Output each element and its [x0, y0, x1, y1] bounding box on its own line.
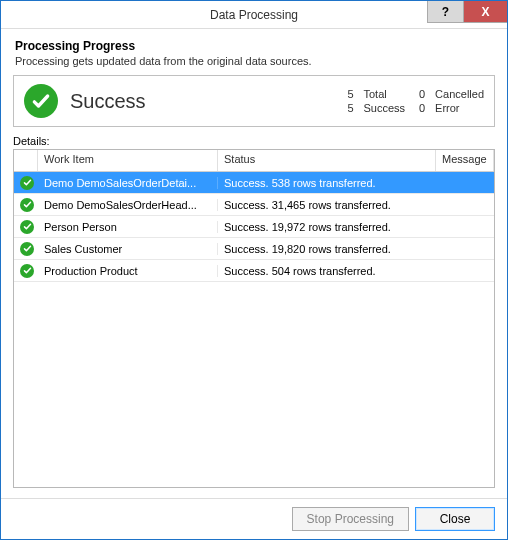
table-row[interactable]: Demo DemoSalesOrderDetai...Success. 538 … — [14, 172, 494, 194]
close-button[interactable]: Close — [415, 507, 495, 531]
cancelled-label: Cancelled — [435, 88, 484, 100]
row-status-icon — [14, 176, 38, 190]
dialog-window: Data Processing ? X Processing Progress … — [0, 0, 508, 540]
header-area: Processing Progress Processing gets upda… — [1, 29, 507, 75]
success-icon — [20, 242, 34, 256]
cancelled-count: 0 — [415, 88, 425, 100]
row-status-icon — [14, 220, 38, 234]
success-icon — [20, 198, 34, 212]
window-controls: ? X — [427, 1, 507, 23]
status-stats: 5 Total 0 Cancelled 5 Success 0 Error — [344, 88, 485, 114]
success-icon — [24, 84, 58, 118]
success-count: 5 — [344, 102, 354, 114]
success-icon — [20, 220, 34, 234]
page-description: Processing gets updated data from the or… — [15, 55, 493, 67]
total-label: Total — [364, 88, 406, 100]
row-workitem: Person Person — [38, 221, 218, 233]
title-bar: Data Processing ? X — [1, 1, 507, 29]
table-row[interactable]: Demo DemoSalesOrderHead...Success. 31,46… — [14, 194, 494, 216]
row-workitem: Demo DemoSalesOrderHead... — [38, 199, 218, 211]
row-status-icon — [14, 264, 38, 278]
main-panel: Success 5 Total 0 Cancelled 5 Success 0 … — [1, 75, 507, 498]
total-count: 5 — [344, 88, 354, 100]
overall-status: Success — [70, 90, 344, 113]
row-workitem: Demo DemoSalesOrderDetai... — [38, 177, 218, 189]
table-row[interactable]: Production ProductSuccess. 504 rows tran… — [14, 260, 494, 282]
col-workitem-header[interactable]: Work Item — [38, 150, 218, 171]
row-status-icon — [14, 198, 38, 212]
row-status: Success. 31,465 rows transferred. — [218, 199, 436, 211]
error-label: Error — [435, 102, 484, 114]
col-status-header[interactable]: Status — [218, 150, 436, 171]
table-row[interactable]: Sales CustomerSuccess. 19,820 rows trans… — [14, 238, 494, 260]
stop-processing-button[interactable]: Stop Processing — [292, 507, 409, 531]
success-icon — [20, 264, 34, 278]
row-status: Success. 538 rows transferred. — [218, 177, 436, 189]
row-status-icon — [14, 242, 38, 256]
col-icon-header[interactable] — [14, 150, 38, 171]
success-label: Success — [364, 102, 406, 114]
close-window-button[interactable]: X — [463, 1, 507, 23]
help-button[interactable]: ? — [427, 1, 463, 23]
grid-body: Demo DemoSalesOrderDetai...Success. 538 … — [14, 172, 494, 487]
footer: Stop Processing Close — [1, 498, 507, 539]
row-workitem: Production Product — [38, 265, 218, 277]
details-label: Details: — [13, 135, 495, 147]
page-title: Processing Progress — [15, 39, 493, 53]
table-row[interactable]: Person PersonSuccess. 19,972 rows transf… — [14, 216, 494, 238]
grid-header: Work Item Status Message — [14, 150, 494, 172]
row-status: Success. 504 rows transferred. — [218, 265, 436, 277]
col-message-header[interactable]: Message — [436, 150, 494, 171]
details-grid: Work Item Status Message Demo DemoSalesO… — [13, 149, 495, 488]
status-box: Success 5 Total 0 Cancelled 5 Success 0 … — [13, 75, 495, 127]
row-status: Success. 19,820 rows transferred. — [218, 243, 436, 255]
row-status: Success. 19,972 rows transferred. — [218, 221, 436, 233]
error-count: 0 — [415, 102, 425, 114]
success-icon — [20, 176, 34, 190]
row-workitem: Sales Customer — [38, 243, 218, 255]
